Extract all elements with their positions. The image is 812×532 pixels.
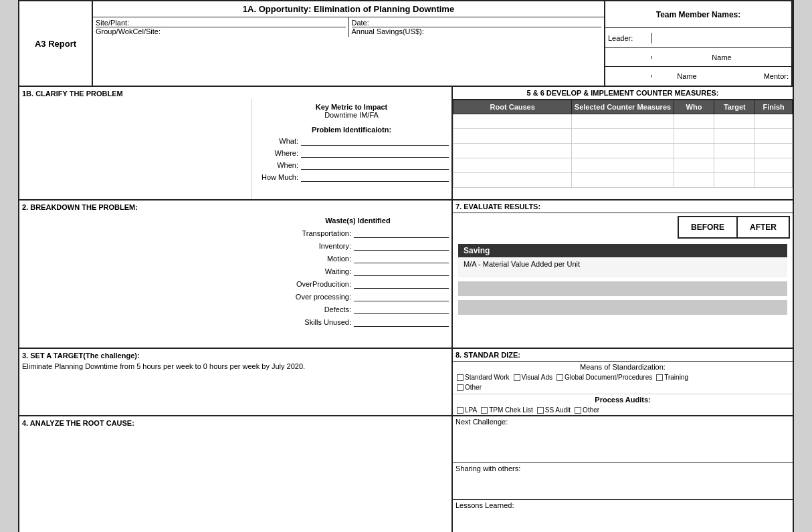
date-label: Date: <box>352 19 369 27</box>
section-7-content: BEFORE AFTER Saving M/A - Material Value… <box>453 213 793 317</box>
saving-header: Saving <box>458 244 787 257</box>
lessons-section: Lessons Learned: <box>453 500 793 532</box>
who-1 <box>674 114 714 129</box>
problem-id-label: Problem Identificaiotn: <box>254 126 449 134</box>
leader-row: Leader: <box>605 28 791 48</box>
other-checkboxes: Other <box>453 382 793 394</box>
name2-label <box>605 75 652 78</box>
who-2 <box>674 129 714 144</box>
finish-1 <box>755 114 793 129</box>
inventory-line <box>354 241 449 251</box>
who-5 <box>674 173 714 188</box>
col-target: Target <box>714 100 755 114</box>
checkbox-gd-label: Global Document/Procedures <box>565 374 652 381</box>
where-label: Where: <box>254 149 301 157</box>
right-bottom-panel: Next Challenge: Sharing with others: Les… <box>453 416 793 532</box>
site-plant-label: Site/Plant: <box>96 19 129 27</box>
checkbox-tr-label: Training <box>664 374 688 381</box>
checkbox-ss-audit: SS Audit <box>537 406 571 414</box>
group-row: Group/WokCel/Site: <box>96 27 346 35</box>
site-plant-row: Site/Plant: <box>96 19 346 27</box>
section-7-title: 7. EVALUATE RESULTS: <box>453 201 793 213</box>
sharing-label: Sharing with others: <box>455 464 520 473</box>
section-3-text: Eliminate Planning Downtime from 5 hours… <box>22 362 449 370</box>
a3-report-label: A3 Report <box>19 1 93 86</box>
checkbox-lpa: LPA <box>457 406 477 414</box>
checkbox-o1-box[interactable] <box>457 384 464 391</box>
annual-savings-row: Annual Savings(US$): <box>352 27 602 35</box>
checkbox-tpm-label: TPM Chek List <box>489 406 533 414</box>
checkbox-visual-ads: Visual Ads <box>514 374 553 381</box>
header-fields: Site/Plant: Group/WokCel/Site: Date: Ann… <box>93 17 604 37</box>
counter-5 <box>572 173 674 188</box>
section-2-title: 2. BREAKDOWN THE PROBLEM: <box>19 201 451 214</box>
checkbox-tr-box[interactable] <box>656 374 663 381</box>
name1-row: Name <box>605 48 791 67</box>
inventory-label: Inventory: <box>267 242 354 250</box>
section-1b-right-area: Key Metric to Impact Downtime IM/FA Prob… <box>251 99 451 199</box>
checkbox-va-box[interactable] <box>514 374 520 381</box>
section-8-title: 8. STANDAR DIZE: <box>453 349 793 362</box>
checkbox-sw-label: Standard Work <box>465 374 510 381</box>
saving-gray-bar-1 <box>458 281 787 296</box>
header-field-left: Site/Plant: Group/WokCel/Site: <box>93 17 349 37</box>
col-who: Who <box>674 100 714 114</box>
section-56-header: 5 & 6 DEVELOP & IMPLEMENT COUNTER MEASUR… <box>453 87 793 100</box>
checkbox-other2: Other <box>575 406 599 414</box>
section-8: 8. STANDAR DIZE: Means of Standardizatio… <box>453 349 793 415</box>
lessons-label: Lessons Learned: <box>455 501 514 509</box>
team-member-section: Team Member Names: Leader: Name Name Men… <box>605 1 793 86</box>
transportation-label: Transportation: <box>267 229 354 237</box>
over-processing-label: Over processing: <box>267 293 354 301</box>
checkbox-lpa-box[interactable] <box>457 407 464 414</box>
skills-unused-line <box>354 317 449 327</box>
checkbox-gd-box[interactable] <box>556 374 563 381</box>
before-after-container: BEFORE AFTER <box>455 216 790 239</box>
group-label: Group/WokCel/Site: <box>96 27 161 35</box>
checkbox-tpm-box[interactable] <box>481 407 488 414</box>
when-label: When: <box>254 161 301 169</box>
root-5 <box>453 173 572 188</box>
root-3 <box>453 144 572 158</box>
section-1b-title: 1B. CLARIFY THE PROBLEM <box>19 87 451 99</box>
date-row: Date: <box>352 19 602 27</box>
checkbox-o2-box[interactable] <box>575 407 581 414</box>
section-3-title: 3. SET A TARGET(The challenge): <box>22 352 449 360</box>
waiting-row: Waiting: <box>267 267 449 276</box>
finish-5 <box>755 173 793 188</box>
counter-row-1 <box>453 114 793 129</box>
checkbox-tpm: TPM Chek List <box>481 406 533 414</box>
main-title: 1A. Opportunity: Elimination of Planning… <box>93 1 604 17</box>
overproduction-label: OverProducition: <box>267 280 354 288</box>
target-4 <box>714 158 755 173</box>
motion-label: Motion: <box>267 255 354 263</box>
team-names: Leader: Name Name Mentor: <box>605 28 791 86</box>
counter-row-2 <box>453 129 793 144</box>
key-metric-value: Downtime IM/FA <box>254 111 449 119</box>
team-member-label: Team Member Names: <box>605 1 791 28</box>
standardization-checkboxes: Standard Work Visual Ads Global Document… <box>453 372 793 382</box>
root-2 <box>453 129 572 144</box>
what-row: What: <box>254 136 449 146</box>
a3-label-text: A3 Report <box>35 39 76 49</box>
name1-label <box>605 56 652 59</box>
row-4-bottom: 4. ANALYZE THE ROOT CAUSE: Next Challeng… <box>19 416 793 532</box>
counter-3 <box>572 144 674 158</box>
inventory-row: Inventory: <box>267 241 449 251</box>
checkbox-global-doc: Global Document/Procedures <box>556 374 652 381</box>
when-line <box>301 160 449 170</box>
after-box: AFTER <box>738 216 790 239</box>
who-3 <box>674 144 714 158</box>
checkbox-ss-box[interactable] <box>537 407 544 414</box>
target-5 <box>714 173 755 188</box>
checkbox-training: Training <box>656 374 688 381</box>
header-section: A3 Report 1A. Opportunity: Elimination o… <box>19 1 793 87</box>
target-2 <box>714 129 755 144</box>
section-7: 7. EVALUATE RESULTS: BEFORE AFTER Saving… <box>453 201 793 348</box>
section-1b-content: Key Metric to Impact Downtime IM/FA Prob… <box>19 99 451 199</box>
mentor-label: Mentor: <box>722 71 791 82</box>
checkbox-sw-box[interactable] <box>457 374 464 381</box>
key-metric-label: Key Metric to Impact <box>254 103 449 111</box>
over-processing-line <box>354 292 449 301</box>
means-label: Means of Standardization: <box>453 362 793 372</box>
